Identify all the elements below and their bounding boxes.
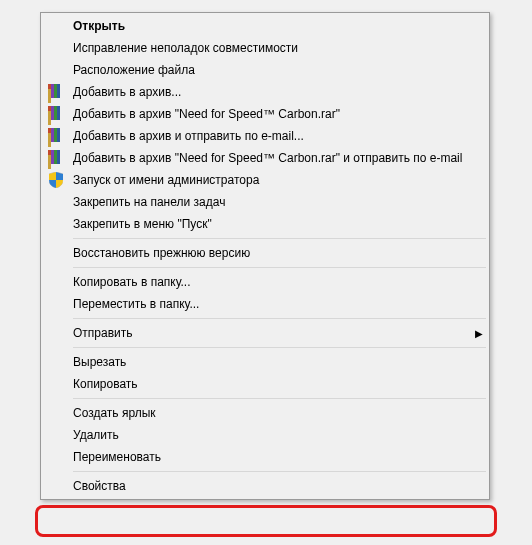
menu-label: Исправление неполадок совместимости xyxy=(67,41,483,55)
blank-icon xyxy=(45,448,67,466)
menu-item-open[interactable]: Открыть xyxy=(43,15,487,37)
menu-item-properties[interactable]: Свойства xyxy=(43,475,487,497)
blank-icon xyxy=(45,324,67,342)
blank-icon xyxy=(45,244,67,262)
menu-label: Расположение файла xyxy=(67,63,483,77)
menu-item-copy-to-folder[interactable]: Копировать в папку... xyxy=(43,271,487,293)
menu-separator xyxy=(73,398,486,399)
menu-label: Переименовать xyxy=(67,450,483,464)
menu-item-create-shortcut[interactable]: Создать ярлык xyxy=(43,402,487,424)
blank-icon xyxy=(45,477,67,495)
context-menu: Открыть Исправление неполадок совместимо… xyxy=(40,12,490,500)
shield-icon xyxy=(45,171,67,189)
menu-item-copy[interactable]: Копировать xyxy=(43,373,487,395)
submenu-arrow-icon: ▶ xyxy=(469,328,483,339)
menu-label: Закрепить на панели задач xyxy=(67,195,483,209)
menu-item-open-file-location[interactable]: Расположение файла xyxy=(43,59,487,81)
menu-label: Добавить в архив... xyxy=(67,85,483,99)
menu-item-send-to[interactable]: Отправить ▶ xyxy=(43,322,487,344)
annotation-highlight xyxy=(35,505,497,537)
menu-label: Добавить в архив "Need for Speed™ Carbon… xyxy=(67,151,483,165)
menu-label: Добавить в архив и отправить по e-mail..… xyxy=(67,129,483,143)
menu-label: Копировать в папку... xyxy=(67,275,483,289)
menu-separator xyxy=(73,318,486,319)
menu-label: Копировать xyxy=(67,377,483,391)
blank-icon xyxy=(45,61,67,79)
menu-item-add-to-archive[interactable]: Добавить в архив... xyxy=(43,81,487,103)
menu-label: Свойства xyxy=(67,479,483,493)
blank-icon xyxy=(45,17,67,35)
menu-label: Вырезать xyxy=(67,355,483,369)
menu-label: Восстановить прежнюю версию xyxy=(67,246,483,260)
menu-label: Отправить xyxy=(67,326,469,340)
menu-item-rename[interactable]: Переименовать xyxy=(43,446,487,468)
blank-icon xyxy=(45,426,67,444)
menu-label: Открыть xyxy=(67,19,483,33)
blank-icon xyxy=(45,375,67,393)
menu-label: Создать ярлык xyxy=(67,406,483,420)
blank-icon xyxy=(45,295,67,313)
menu-separator xyxy=(73,471,486,472)
menu-separator xyxy=(73,347,486,348)
blank-icon xyxy=(45,353,67,371)
menu-item-delete[interactable]: Удалить xyxy=(43,424,487,446)
menu-label: Запуск от имени администратора xyxy=(67,173,483,187)
menu-separator xyxy=(73,267,486,268)
blank-icon xyxy=(45,39,67,57)
menu-item-pin-to-start[interactable]: Закрепить в меню "Пуск" xyxy=(43,213,487,235)
menu-item-run-as-admin[interactable]: Запуск от имени администратора xyxy=(43,169,487,191)
menu-label: Закрепить в меню "Пуск" xyxy=(67,217,483,231)
blank-icon xyxy=(45,404,67,422)
blank-icon xyxy=(45,273,67,291)
menu-item-archive-and-email[interactable]: Добавить в архив и отправить по e-mail..… xyxy=(43,125,487,147)
menu-label: Переместить в папку... xyxy=(67,297,483,311)
menu-item-restore-previous-version[interactable]: Восстановить прежнюю версию xyxy=(43,242,487,264)
menu-label: Добавить в архив "Need for Speed™ Carbon… xyxy=(67,107,483,121)
winrar-icon xyxy=(45,149,67,167)
blank-icon xyxy=(45,193,67,211)
menu-item-named-archive-and-email[interactable]: Добавить в архив "Need for Speed™ Carbon… xyxy=(43,147,487,169)
winrar-icon xyxy=(45,127,67,145)
winrar-icon xyxy=(45,105,67,123)
winrar-icon xyxy=(45,83,67,101)
blank-icon xyxy=(45,215,67,233)
menu-label: Удалить xyxy=(67,428,483,442)
menu-item-move-to-folder[interactable]: Переместить в папку... xyxy=(43,293,487,315)
menu-item-add-to-named-archive[interactable]: Добавить в архив "Need for Speed™ Carbon… xyxy=(43,103,487,125)
menu-separator xyxy=(73,238,486,239)
menu-item-compatibility-troubleshoot[interactable]: Исправление неполадок совместимости xyxy=(43,37,487,59)
menu-item-cut[interactable]: Вырезать xyxy=(43,351,487,373)
menu-item-pin-to-taskbar[interactable]: Закрепить на панели задач xyxy=(43,191,487,213)
